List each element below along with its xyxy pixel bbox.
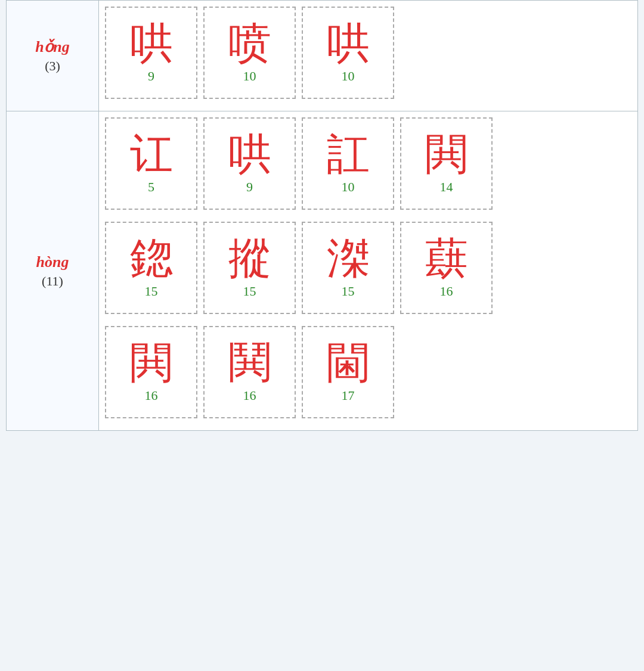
char-box[interactable]: 哄10 <box>302 7 394 99</box>
char-box[interactable]: 鬨16 <box>203 326 296 418</box>
char-box[interactable]: 訌10 <box>302 117 394 210</box>
chars-rows-container: 讧5哄9訌10閧14鍃15摐15滐15蕻16閧16鬨16閫17 <box>105 117 631 424</box>
char-strokes: 9 <box>246 179 253 195</box>
char-strokes: 5 <box>148 179 154 195</box>
char-strokes: 16 <box>243 388 256 403</box>
chars-cell-0: 哄9喷10哄10 <box>99 1 638 111</box>
char-glyph: 哄 <box>228 133 271 176</box>
chars-cell-1: 讧5哄9訌10閧14鍃15摐15滐15蕻16閧16鬨16閫17 <box>99 111 638 431</box>
chars-row-1: 鍃15摐15滐15蕻16 <box>105 222 631 314</box>
char-glyph: 哄 <box>327 22 370 65</box>
char-strokes: 15 <box>145 284 158 299</box>
char-box[interactable]: 滐15 <box>302 222 394 314</box>
char-strokes: 10 <box>342 69 355 84</box>
char-glyph: 蕻 <box>425 237 468 280</box>
table-row-hong3-row: hǒng(3)哄9喷10哄10 <box>7 1 638 111</box>
char-glyph: 閧 <box>425 133 468 176</box>
chars-rows-container: 哄9喷10哄10 <box>105 7 631 105</box>
char-strokes: 17 <box>342 388 355 403</box>
pinyin-label: hǒng <box>13 38 92 56</box>
char-box[interactable]: 閧16 <box>105 326 197 418</box>
main-table: hǒng(3)哄9喷10哄10hòng(11)讧5哄9訌10閧14鍃15摐15滐… <box>6 0 638 431</box>
chars-row-0: 哄9喷10哄10 <box>105 7 631 99</box>
char-glyph: 滐 <box>327 237 370 280</box>
char-box[interactable]: 摐15 <box>203 222 296 314</box>
char-box[interactable]: 哄9 <box>105 7 197 99</box>
char-strokes: 10 <box>243 69 256 84</box>
chars-row-0: 讧5哄9訌10閧14 <box>105 117 631 210</box>
char-strokes: 15 <box>243 284 256 299</box>
char-glyph: 哄 <box>130 22 173 65</box>
char-box[interactable]: 閧14 <box>400 117 493 210</box>
char-glyph: 閫 <box>327 341 370 384</box>
char-strokes: 16 <box>440 284 453 299</box>
chars-row-2: 閧16鬨16閫17 <box>105 326 631 418</box>
char-glyph: 閧 <box>130 341 173 384</box>
char-glyph: 喷 <box>228 22 271 65</box>
pinyin-label: hòng <box>13 253 92 271</box>
char-strokes: 15 <box>342 284 355 299</box>
char-strokes: 10 <box>342 179 355 195</box>
char-box[interactable]: 哄9 <box>203 117 296 210</box>
pronunciation-count: (11) <box>13 274 92 289</box>
char-strokes: 16 <box>145 388 158 403</box>
char-box[interactable]: 鍃15 <box>105 222 197 314</box>
char-box[interactable]: 蕻16 <box>400 222 493 314</box>
pronunciation-cell-0: hǒng(3) <box>7 1 99 111</box>
pronunciation-cell-1: hòng(11) <box>7 111 99 431</box>
table-row-hong4-row: hòng(11)讧5哄9訌10閧14鍃15摐15滐15蕻16閧16鬨16閫17 <box>7 111 638 431</box>
char-strokes: 9 <box>148 69 154 84</box>
char-box[interactable]: 喷10 <box>203 7 296 99</box>
char-strokes: 14 <box>440 179 453 195</box>
char-box[interactable]: 讧5 <box>105 117 197 210</box>
char-glyph: 讧 <box>130 133 173 176</box>
pronunciation-count: (3) <box>13 58 92 74</box>
char-glyph: 摐 <box>228 237 271 280</box>
char-glyph: 鬨 <box>228 341 271 384</box>
char-glyph: 鍃 <box>130 237 173 280</box>
char-glyph: 訌 <box>327 133 370 176</box>
char-box[interactable]: 閫17 <box>302 326 394 418</box>
